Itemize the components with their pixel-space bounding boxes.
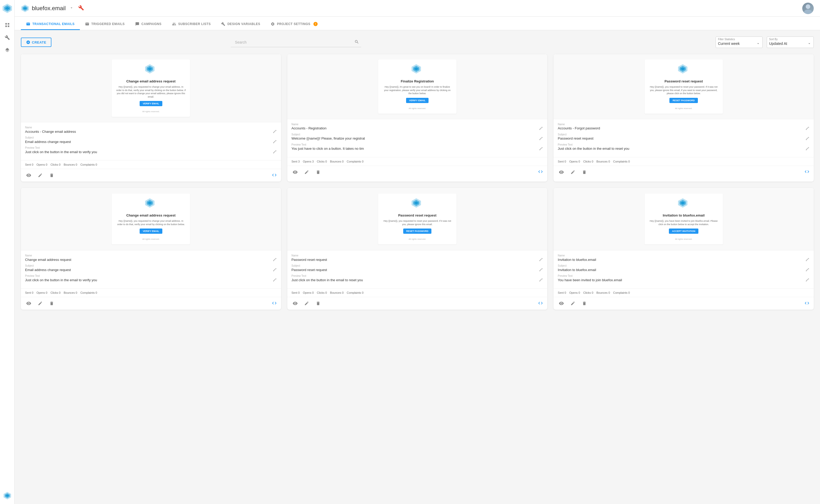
edit-subject-icon[interactable]	[539, 136, 543, 141]
edit-name-icon[interactable]	[273, 129, 277, 134]
delete-icon[interactable]	[581, 169, 588, 176]
card-info: Name Accounts - Change email address Sub…	[21, 122, 281, 160]
tab-campaigns[interactable]: Campaigns	[130, 19, 167, 30]
card-info: Name Invitation to bluefox.email Subject…	[554, 250, 814, 288]
app-dropdown-icon[interactable]	[69, 6, 74, 11]
edit-preview-icon[interactable]	[273, 150, 277, 154]
preview-icon[interactable]	[25, 172, 32, 179]
email-card-6: Invitation to bluefox.email Hey {{name}}…	[554, 188, 814, 310]
card-preview: Password reset request Hey {{name}}, you…	[287, 188, 548, 250]
code-icon[interactable]	[272, 172, 277, 178]
preview-icon[interactable]	[558, 169, 565, 176]
delete-icon[interactable]	[314, 300, 322, 307]
edit-icon[interactable]	[37, 172, 44, 179]
main-content: CREATE Filter Statistics Current week So…	[15, 30, 820, 504]
tab-project-settings[interactable]: Project Settings !	[265, 19, 323, 30]
edit-icon[interactable]	[569, 300, 577, 307]
code-icon[interactable]	[804, 169, 810, 175]
card-preview: Password reset request Hey {{name}}, you…	[554, 54, 814, 119]
card-preview: Change email address request Hey {{name}…	[21, 188, 281, 250]
preview-icon[interactable]	[25, 300, 32, 307]
nav-tabs: Transactional Emails Triggered Emails Ca…	[15, 17, 820, 30]
filter-statistics-select[interactable]: Filter Statistics Current week	[716, 37, 763, 48]
card-actions	[554, 297, 814, 310]
code-icon[interactable]	[272, 301, 277, 307]
sidebar-bottom-logo[interactable]	[3, 491, 11, 500]
tab-triggered-emails[interactable]: Triggered Emails	[80, 19, 130, 30]
project-settings-badge: !	[313, 22, 317, 26]
email-card-3: Password reset request Hey {{name}}, you…	[554, 54, 814, 182]
delete-icon[interactable]	[314, 169, 322, 176]
app-name: bluefox.email	[32, 5, 66, 12]
email-card-5: Password reset request Hey {{name}}, you…	[287, 188, 548, 310]
card-preview: Finalize Registration Hey {{name}}, it's…	[287, 54, 548, 119]
card-actions	[21, 169, 281, 182]
edit-icon[interactable]	[303, 300, 310, 307]
card-stats: Sent 0 Opens 0 Clicks 0 Bounces 0 Compla…	[554, 288, 814, 297]
tab-subscriber-lists[interactable]: Subscriber Lists	[167, 19, 216, 30]
edit-preview-icon[interactable]	[539, 278, 543, 282]
card-info: Name Password reset request Subject Pass…	[287, 250, 548, 288]
edit-subject-icon[interactable]	[805, 136, 810, 141]
edit-subject-icon[interactable]	[805, 268, 810, 272]
search-icon[interactable]	[354, 40, 359, 45]
layers-icon[interactable]	[3, 45, 12, 55]
toolbar: CREATE Filter Statistics Current week So…	[21, 37, 814, 48]
card-stats: Sent 0 Opens 0 Clicks 0 Bounces 0 Compla…	[287, 288, 548, 297]
header: bluefox.email	[15, 0, 820, 17]
card-actions	[287, 166, 548, 178]
preview-icon[interactable]	[291, 169, 299, 176]
preview-icon[interactable]	[291, 300, 299, 307]
filter-group: Filter Statistics Current week Sort By U…	[716, 37, 814, 48]
card-stats: Sent 3 Opens 3 Clicks 0 Bounces 0 Compla…	[287, 157, 548, 166]
create-button[interactable]: CREATE	[21, 38, 51, 47]
sidebar-logo[interactable]	[2, 3, 13, 14]
tools-icon[interactable]	[3, 33, 12, 42]
edit-icon[interactable]	[37, 300, 44, 307]
card-preview: Invitation to bluefox.email Hey {{name}}…	[554, 188, 814, 250]
card-info: Name Accounts - Forgot password Subject …	[554, 119, 814, 157]
email-card-2: Finalize Registration Hey {{name}}, it's…	[287, 54, 548, 182]
search-input[interactable]	[231, 38, 361, 47]
code-icon[interactable]	[538, 301, 543, 307]
edit-preview-icon[interactable]	[805, 278, 810, 282]
svg-point-9	[806, 4, 810, 9]
user-avatar[interactable]	[802, 3, 814, 14]
delete-icon[interactable]	[581, 300, 588, 307]
tab-transactional-emails[interactable]: Transactional Emails	[21, 19, 80, 30]
sidebar-bottom	[3, 491, 11, 502]
edit-name-icon[interactable]	[805, 257, 810, 262]
delete-icon[interactable]	[48, 300, 55, 307]
card-preview: Change email address request Hey {{name}…	[21, 54, 281, 122]
edit-subject-icon[interactable]	[273, 140, 277, 144]
edit-preview-icon[interactable]	[539, 147, 543, 151]
card-actions	[554, 166, 814, 178]
header-logo-icon	[21, 4, 29, 13]
edit-icon[interactable]	[303, 169, 310, 176]
sidebar	[0, 0, 15, 504]
card-actions	[21, 297, 281, 310]
sort-by-select[interactable]: Sort By Updated At	[767, 37, 814, 48]
code-icon[interactable]	[804, 301, 810, 307]
cards-grid: Change email address request Hey {{name}…	[21, 54, 814, 310]
grid-icon[interactable]	[3, 20, 12, 30]
edit-subject-icon[interactable]	[539, 268, 543, 272]
svg-point-10	[804, 9, 812, 14]
card-info: Name Accounts - Registration Subject Wel…	[287, 119, 548, 157]
code-icon[interactable]	[538, 169, 543, 175]
edit-preview-icon[interactable]	[273, 278, 277, 282]
edit-name-icon[interactable]	[273, 257, 277, 262]
edit-name-icon[interactable]	[539, 257, 543, 262]
edit-name-icon[interactable]	[805, 126, 810, 130]
header-tools-icon[interactable]	[78, 5, 84, 11]
edit-icon[interactable]	[569, 169, 577, 176]
edit-preview-icon[interactable]	[805, 147, 810, 151]
search-box	[231, 38, 361, 47]
tab-design-variables[interactable]: Design Variables	[216, 19, 265, 30]
preview-icon[interactable]	[558, 300, 565, 307]
edit-name-icon[interactable]	[539, 126, 543, 130]
edit-subject-icon[interactable]	[273, 268, 277, 272]
card-info: Name Change email address request Subjec…	[21, 250, 281, 288]
delete-icon[interactable]	[48, 172, 55, 179]
card-actions	[287, 297, 548, 310]
